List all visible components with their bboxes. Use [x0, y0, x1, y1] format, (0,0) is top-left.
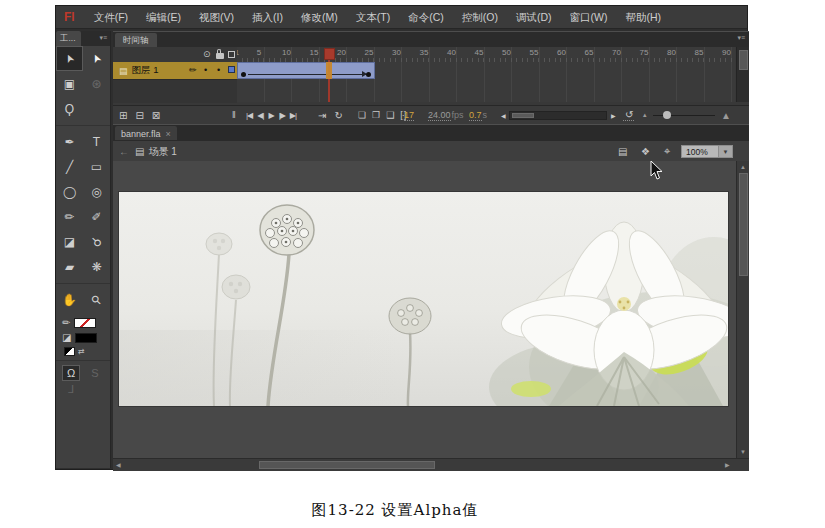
keyframe-end[interactable]	[366, 72, 371, 77]
timeline-panel-menu-icon[interactable]: ▾≡	[737, 34, 745, 42]
delete-layer-button[interactable]: ⊠	[150, 110, 161, 121]
stage-zoom-select[interactable]: 100% ▼	[681, 145, 733, 158]
line-tool[interactable]: ╱	[56, 154, 83, 179]
banner-bitmap-lotus[interactable]	[119, 192, 728, 406]
menu-control[interactable]: 控制(O)	[453, 6, 507, 29]
menu-help[interactable]: 帮助(H)	[616, 6, 670, 29]
keyframe-start[interactable]	[241, 72, 246, 77]
scroll-down-arrow-icon[interactable]: ▼	[737, 447, 749, 457]
document-tab-banner-fla[interactable]: banner.fla ×	[115, 126, 177, 141]
show-hide-layers-icon[interactable]: ⊙	[203, 49, 211, 59]
reset-timeline-zoom-button[interactable]: ↺	[623, 109, 634, 121]
current-frame-field[interactable]: 17	[404, 110, 414, 121]
pause-button[interactable]: ‖	[230, 110, 237, 120]
elapsed-time-field[interactable]: 0.7	[469, 110, 482, 121]
menu-insert[interactable]: 插入(I)	[243, 6, 292, 29]
hand-tool[interactable]: ✋	[56, 287, 83, 312]
onion-skin-button[interactable]: ❏	[356, 110, 367, 120]
menu-debug[interactable]: 调试(D)	[507, 6, 561, 29]
lasso-tool[interactable]: Ϙ	[56, 96, 83, 121]
loop-button[interactable]: ↻	[332, 110, 343, 121]
text-tool[interactable]: T	[83, 129, 110, 154]
stage-hscroll-thumb[interactable]	[259, 461, 435, 469]
new-layer-button[interactable]: ⊞	[117, 110, 128, 121]
paint-bucket-tool[interactable]: ◪	[56, 229, 83, 254]
smooth-button[interactable]: S	[86, 365, 104, 381]
close-document-icon[interactable]: ×	[166, 129, 171, 139]
timeline-hscroll-track[interactable]	[509, 111, 607, 120]
brush-tool[interactable]: ✐	[83, 204, 110, 229]
frame-rate-field[interactable]: 24.00	[428, 110, 451, 121]
layer-name[interactable]: 图层 1	[132, 64, 159, 77]
timeline-hscroll-thumb[interactable]	[512, 113, 534, 118]
timeline-scroll-left-arrow[interactable]: ◀	[499, 112, 507, 119]
go-to-last-frame-button[interactable]: ▶|	[288, 111, 298, 120]
swap-colors-icon[interactable]: ⇄	[78, 347, 85, 356]
edit-multiple-frames-button[interactable]: ❑	[384, 110, 395, 120]
menu-view[interactable]: 视图(V)	[190, 6, 243, 29]
pencil-tool[interactable]: ✏	[56, 204, 83, 229]
free-transform-tool[interactable]: ▣	[56, 71, 83, 96]
stage-pasteboard[interactable]: ▲ ▼	[113, 161, 749, 458]
straighten-button[interactable]: Γ	[62, 381, 80, 397]
layer-lock-dot[interactable]: •	[217, 65, 220, 75]
eyedropper-tool[interactable]: ⚲	[83, 229, 110, 254]
fill-color-swatch[interactable]	[75, 333, 97, 343]
menu-edit[interactable]: 编辑(E)	[137, 6, 190, 29]
subselection-tool[interactable]: ➤	[83, 46, 110, 71]
edit-scene-icon[interactable]: ▤	[618, 146, 627, 157]
tools-panel-menu-icon[interactable]: ▾≡	[99, 31, 110, 46]
polystar-tool[interactable]: ◎	[83, 179, 110, 204]
motion-tween-span[interactable]	[237, 62, 375, 79]
timeline-vertical-scrollbar[interactable]	[736, 47, 749, 102]
scene-name[interactable]: 场景 1	[148, 145, 176, 159]
step-forward-button[interactable]: |▶	[277, 111, 287, 120]
rectangle-tool[interactable]: ▭	[83, 154, 110, 179]
center-stage-icon[interactable]: ⌖	[664, 145, 670, 158]
oval-tool[interactable]: ◯	[56, 179, 83, 204]
menu-text[interactable]: 文本(T)	[347, 6, 399, 29]
scroll-right-arrow-icon[interactable]: ▶	[725, 461, 730, 468]
layer-outline-color-swatch[interactable]	[228, 66, 235, 73]
deco-tool[interactable]: ❋	[83, 254, 110, 279]
outline-layers-icon[interactable]	[228, 51, 235, 58]
black-white-colors-button[interactable]	[64, 347, 75, 356]
menu-window[interactable]: 窗口(W)	[561, 6, 617, 29]
timeline-zoom-slider-knob[interactable]	[663, 111, 671, 119]
stage-vscroll-thumb[interactable]	[739, 173, 748, 276]
stroke-color-swatch[interactable]	[74, 318, 96, 328]
pen-tool[interactable]: ✒	[56, 129, 83, 154]
zoom-dropdown-arrow-icon[interactable]: ▼	[718, 146, 732, 157]
play-button[interactable]: ▶	[266, 111, 275, 120]
eraser-tool[interactable]: ▰	[56, 254, 83, 279]
edit-symbols-icon[interactable]: ❖	[641, 146, 650, 157]
go-to-first-frame-button[interactable]: |◀	[244, 111, 254, 120]
timeline-scroll-right-arrow[interactable]: ▶	[609, 112, 617, 119]
menu-modify[interactable]: 修改(M)	[292, 6, 347, 29]
menu-file[interactable]: 文件(F)	[85, 6, 137, 29]
scroll-up-arrow-icon[interactable]: ▲	[737, 162, 749, 172]
tools-panel-tab[interactable]: 工...	[56, 31, 81, 46]
timeline-zoom-in-icon[interactable]: ▲	[719, 110, 732, 121]
playhead-marker[interactable]	[324, 48, 335, 60]
back-arrow-icon[interactable]: ←	[119, 146, 129, 157]
selection-icon: ➤	[62, 52, 78, 66]
stage-vertical-scrollbar[interactable]: ▲ ▼	[736, 161, 749, 458]
onion-skin-outlines-button[interactable]: ❐	[370, 110, 381, 120]
frame-ruler[interactable]: 1 5 10 15 20 25 30 35 40 45 50 55 60 65 …	[237, 48, 735, 60]
selection-tool[interactable]: ➤	[56, 46, 83, 71]
layer-visible-dot[interactable]: •	[204, 65, 207, 75]
timeline-vscroll-thumb[interactable]	[739, 50, 748, 70]
lock-layers-icon[interactable]	[216, 53, 224, 59]
menu-commands[interactable]: 命令(C)	[399, 6, 453, 29]
step-back-button[interactable]: ◀|	[255, 111, 265, 120]
layer-list-empty-area[interactable]	[113, 79, 237, 103]
scroll-left-arrow-icon[interactable]: ◀	[116, 461, 121, 468]
center-frame-button[interactable]: ⇥	[316, 110, 327, 121]
3d-rotation-tool[interactable]: ⊛	[83, 71, 110, 96]
stage-horizontal-scrollbar[interactable]: ◀ ▶	[113, 458, 749, 471]
zoom-tool[interactable]: ⚲	[83, 287, 110, 312]
snap-to-objects-button[interactable]: Ω	[62, 365, 80, 381]
timeline-zoom-out-icon[interactable]: ▴	[641, 111, 648, 119]
new-folder-button[interactable]: ⊟	[133, 110, 144, 121]
